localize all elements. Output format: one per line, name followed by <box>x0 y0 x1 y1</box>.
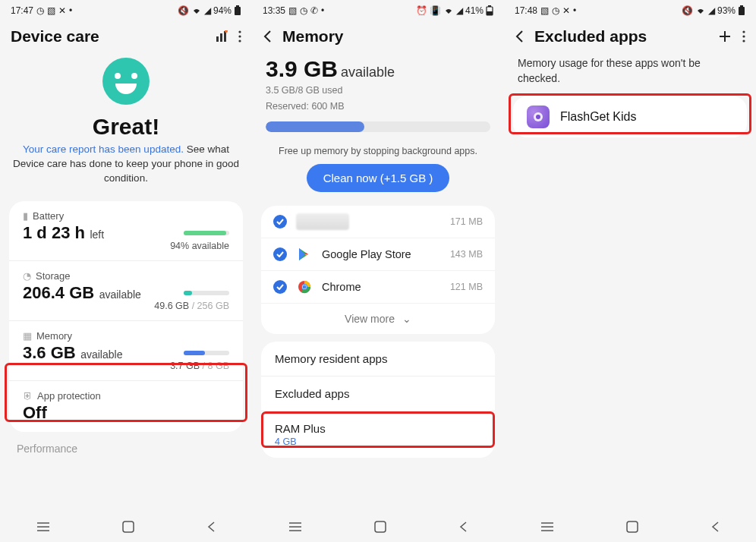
page-title: Excluded apps <box>534 27 647 46</box>
storage-row[interactable]: ◔Storage 206.4 GB available 49.6 GB / 25… <box>9 261 243 321</box>
tip-text: Free up memory by stopping background ap… <box>252 134 504 164</box>
dot-icon: • <box>69 5 72 16</box>
chart-icon[interactable] <box>216 30 228 43</box>
svg-rect-36 <box>627 522 638 532</box>
dot-icon: • <box>573 5 576 16</box>
memory-small-icon: ▦ <box>23 330 32 342</box>
chevron-down-icon: ⌄ <box>402 313 411 325</box>
view-more-button[interactable]: View more ⌄ <box>261 304 495 334</box>
wifi-icon <box>443 6 454 15</box>
battery-pct: 41% <box>465 5 484 16</box>
battery-icon <box>486 5 493 16</box>
battery-icon <box>738 5 745 16</box>
svg-point-8 <box>238 39 241 42</box>
status-bar: 17:47 ◷ ▧ ✕ • 🔇 ◢ 94% <box>0 0 252 20</box>
status-time: 17:48 <box>515 5 537 16</box>
svg-rect-24 <box>739 7 745 15</box>
wifi-icon <box>191 6 202 15</box>
svg-point-6 <box>238 30 241 33</box>
memory-pill <box>184 351 229 355</box>
chrome-icon <box>296 279 313 295</box>
back-button[interactable] <box>206 521 216 533</box>
clean-now-button[interactable]: Clean now (+1.5 GB ) <box>307 164 450 192</box>
battery-small-icon: ▮ <box>23 210 28 222</box>
back-button[interactable] <box>458 521 468 533</box>
svg-point-7 <box>238 35 241 37</box>
recents-button[interactable] <box>540 522 554 532</box>
home-button[interactable] <box>122 521 134 533</box>
home-button[interactable] <box>626 521 638 533</box>
svg-rect-0 <box>235 7 241 15</box>
checkbox-icon[interactable] <box>273 247 287 261</box>
utensils-icon: ✕ <box>562 5 570 16</box>
alarm-icon: ⏰ <box>416 5 427 16</box>
nav-bar <box>504 512 756 542</box>
image-icon: ▧ <box>540 5 549 16</box>
status-bar: 17:48 ▧ ◷ ✕ • 🔇 ◢ 93% <box>504 0 756 20</box>
mute-icon: 🔇 <box>682 5 693 16</box>
battery-icon <box>234 5 241 16</box>
mute-icon: 🔇 <box>178 5 189 16</box>
screen-excluded-apps: 17:48 ▧ ◷ ✕ • 🔇 ◢ 93% Excluded apps <box>504 0 756 542</box>
svg-rect-2 <box>216 36 219 42</box>
battery-pct: 94% <box>213 5 232 16</box>
battery-row[interactable]: ▮Battery 1 d 23 h left 94% available <box>9 201 243 261</box>
svg-rect-3 <box>220 33 222 42</box>
image-icon: ▧ <box>47 5 55 16</box>
clock-icon: ◷ <box>36 5 44 16</box>
recents-button[interactable] <box>36 522 50 532</box>
checkbox-icon[interactable] <box>273 280 287 294</box>
memory-available-value: 3.9 GB <box>266 56 338 81</box>
svg-rect-15 <box>488 5 491 7</box>
performance-section[interactable]: Performance <box>0 432 252 455</box>
storage-small-icon: ◔ <box>23 270 31 282</box>
status-word: Great! <box>0 114 252 140</box>
apps-card: 171 MB Google Play Store 143 MB Chrome 1… <box>261 206 495 334</box>
status-time: 13:35 <box>263 5 285 16</box>
svg-point-28 <box>742 30 745 33</box>
svg-point-29 <box>742 35 745 37</box>
back-icon[interactable] <box>263 30 272 43</box>
svg-point-19 <box>303 285 307 288</box>
app-row[interactable]: Google Play Store 143 MB <box>261 238 495 271</box>
image-icon: ▧ <box>288 5 297 16</box>
svg-point-30 <box>742 39 745 42</box>
nav-bar <box>0 512 252 542</box>
back-icon[interactable] <box>515 30 524 43</box>
memory-resident-apps-row[interactable]: Memory resident apps <box>261 342 495 377</box>
signal-icon: ◢ <box>204 5 211 16</box>
clock-icon: ◷ <box>552 5 559 16</box>
wifi-icon <box>695 6 706 15</box>
clock-icon: ◷ <box>300 5 307 16</box>
battery-pill <box>184 231 229 235</box>
signal-icon: ◢ <box>708 5 715 16</box>
screen-device-care: 17:47 ◷ ▧ ✕ • 🔇 ◢ 94% Device care <box>0 0 252 542</box>
battery-pct: 93% <box>717 5 736 16</box>
page-title: Memory <box>282 27 344 46</box>
play-store-icon <box>296 246 313 263</box>
storage-pill <box>184 291 229 295</box>
dot-icon: • <box>321 5 324 16</box>
description-text: Memory usage for these apps won't be che… <box>504 53 756 96</box>
highlight-box <box>5 363 247 422</box>
page-title: Device care <box>11 27 99 46</box>
more-icon[interactable] <box>238 30 241 43</box>
back-button[interactable] <box>710 521 720 533</box>
checkbox-icon[interactable] <box>273 215 287 228</box>
screen-memory: 13:35 ▧ ◷ ✆ • ⏰ 📳 ◢ 41% Memory 3.9 GBava… <box>252 0 504 542</box>
highlight-box <box>509 93 751 134</box>
status-subtext: Your care report has been updated. See w… <box>0 140 252 195</box>
more-icon[interactable] <box>742 30 745 43</box>
home-button[interactable] <box>374 521 386 533</box>
recents-button[interactable] <box>288 522 302 532</box>
svg-rect-25 <box>740 5 743 7</box>
svg-rect-14 <box>487 11 493 15</box>
vibrate-icon: 📳 <box>430 5 441 16</box>
add-icon[interactable] <box>718 30 732 43</box>
app-row[interactable]: 171 MB <box>261 206 495 238</box>
app-row[interactable]: Chrome 121 MB <box>261 271 495 304</box>
excluded-apps-row[interactable]: Excluded apps <box>261 377 495 411</box>
status-time: 17:47 <box>11 5 33 16</box>
svg-rect-4 <box>224 31 226 42</box>
svg-rect-12 <box>123 522 134 532</box>
